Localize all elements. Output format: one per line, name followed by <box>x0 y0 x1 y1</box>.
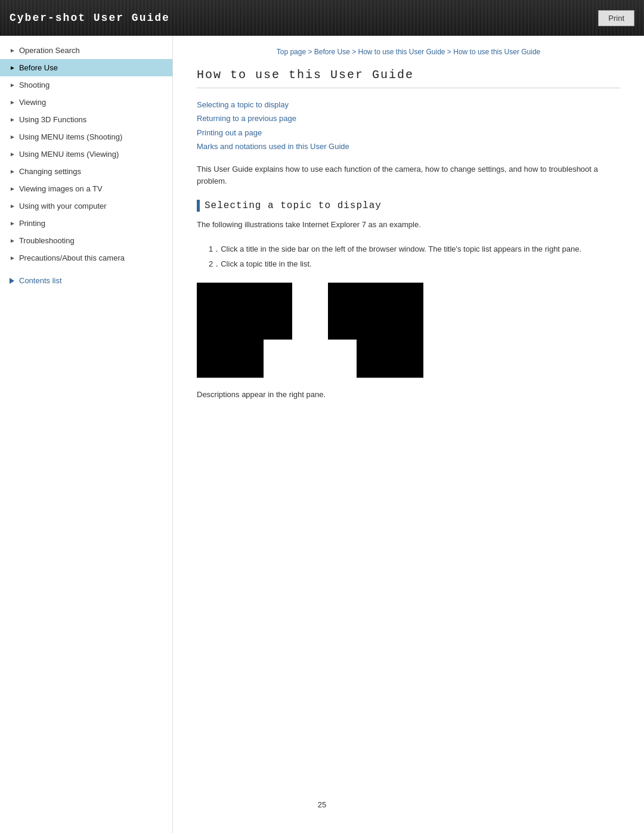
step-1: 2．Click a topic title in the list. <box>197 258 620 271</box>
sidebar-label-10: Printing <box>19 219 45 228</box>
contents-list-label: Contents list <box>19 276 62 285</box>
sidebar-item-11[interactable]: ►Troubleshooting <box>0 232 172 249</box>
images-row <box>197 283 620 378</box>
screenshot-right <box>328 283 423 378</box>
section1-heading: Selecting a topic to display <box>197 200 620 212</box>
main-content: Top page > Before Use > How to use this … <box>173 36 644 833</box>
arrow-icon-5: ► <box>10 134 16 140</box>
topic-link-2[interactable]: Printing out a page <box>197 126 620 140</box>
arrow-right-icon <box>10 278 14 284</box>
app-title: Cyber-shot User Guide <box>10 12 170 24</box>
section-bar <box>197 200 200 212</box>
sidebar-label-7: Changing settings <box>19 167 81 176</box>
descriptions-text: Descriptions appear in the right pane. <box>197 390 620 399</box>
sidebar-item-2[interactable]: ►Shooting <box>0 76 172 94</box>
arrow-icon-7: ► <box>10 168 16 175</box>
screenshot-left <box>197 283 292 378</box>
sidebar-label-5: Using MENU items (Shooting) <box>19 132 122 141</box>
sidebar-label-3: Viewing <box>19 98 46 107</box>
arrow-icon-3: ► <box>10 99 16 106</box>
arrow-icon-2: ► <box>10 82 16 88</box>
sidebar-label-0: Operation Search <box>19 46 80 55</box>
arrow-icon-11: ► <box>10 237 16 244</box>
intro-text: This User Guide explains how to use each… <box>197 163 620 188</box>
sidebar-label-12: Precautions/About this camera <box>19 253 125 262</box>
sidebar-item-10[interactable]: ►Printing <box>0 215 172 232</box>
body-layout: ►Operation Search►Before Use►Shooting►Vi… <box>0 36 644 833</box>
print-button[interactable]: Print <box>598 10 634 26</box>
arrow-icon-4: ► <box>10 116 16 123</box>
sidebar: ►Operation Search►Before Use►Shooting►Vi… <box>0 36 173 833</box>
topic-link-3[interactable]: Marks and notations used in this User Gu… <box>197 140 620 153</box>
sidebar-item-7[interactable]: ►Changing settings <box>0 163 172 180</box>
arrow-icon-10: ► <box>10 220 16 227</box>
sidebar-label-11: Troubleshooting <box>19 236 75 245</box>
sidebar-label-1: Before Use <box>19 63 58 72</box>
breadcrumb-text: Top page > Before Use > How to use this … <box>277 48 541 56</box>
sidebar-label-9: Using with your computer <box>19 202 107 210</box>
section1-heading-text: Selecting a topic to display <box>205 200 382 211</box>
section1-subtitle: The following illustrations take Interne… <box>197 219 620 231</box>
sidebar-label-6: Using MENU items (Viewing) <box>19 150 119 159</box>
topic-link-1[interactable]: Returning to a previous page <box>197 112 620 125</box>
sidebar-item-8[interactable]: ►Viewing images on a TV <box>0 180 172 197</box>
arrow-icon-12: ► <box>10 255 16 261</box>
sidebar-item-5[interactable]: ►Using MENU items (Shooting) <box>0 128 172 145</box>
sidebar-label-2: Shooting <box>19 80 49 89</box>
arrow-icon-6: ► <box>10 151 16 157</box>
sidebar-item-9[interactable]: ►Using with your computer <box>0 197 172 215</box>
sidebar-label-4: Using 3D Functions <box>19 115 86 124</box>
page-title: How to use this User Guide <box>197 68 620 88</box>
steps-list: 1．Click a title in the side bar on the l… <box>197 243 620 271</box>
sidebar-item-3[interactable]: ►Viewing <box>0 94 172 111</box>
sidebar-footer[interactable]: Contents list <box>0 269 172 292</box>
arrow-icon-1: ► <box>10 64 16 71</box>
breadcrumb: Top page > Before Use > How to use this … <box>197 48 620 56</box>
header: Cyber-shot User Guide Print <box>0 0 644 36</box>
arrow-icon-9: ► <box>10 203 16 209</box>
topic-link-0[interactable]: Selecting a topic to display <box>197 98 620 112</box>
step-0: 1．Click a title in the side bar on the l… <box>197 243 620 256</box>
sidebar-item-12[interactable]: ►Precautions/About this camera <box>0 249 172 267</box>
sidebar-item-4[interactable]: ►Using 3D Functions <box>0 111 172 128</box>
arrow-icon-0: ► <box>10 47 16 54</box>
sidebar-label-8: Viewing images on a TV <box>19 184 103 193</box>
sidebar-item-0[interactable]: ►Operation Search <box>0 42 172 59</box>
page-wrapper: Cyber-shot User Guide Print ►Operation S… <box>0 0 644 833</box>
links-list: Selecting a topic to displayReturning to… <box>197 98 620 154</box>
arrow-icon-8: ► <box>10 185 16 192</box>
contents-list-link[interactable]: Contents list <box>10 276 163 285</box>
sidebar-item-6[interactable]: ►Using MENU items (Viewing) <box>0 145 172 163</box>
sidebar-item-1[interactable]: ►Before Use <box>0 59 172 76</box>
page-number: 25 <box>318 788 326 821</box>
